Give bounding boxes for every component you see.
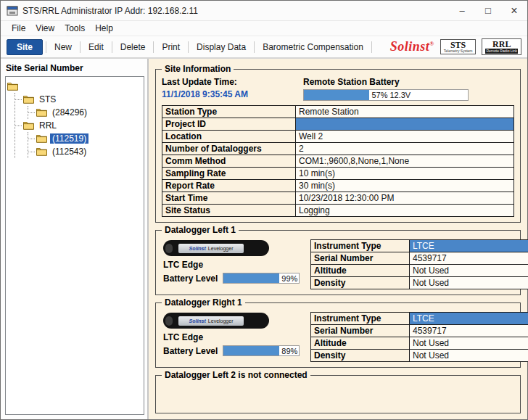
row-value: 4539717 bbox=[410, 252, 528, 265]
toolbar-separator bbox=[254, 41, 255, 53]
window-title: STS/RRL Administrator IP Addr: 192.168.2… bbox=[22, 6, 198, 16]
device-brand: Solinst bbox=[189, 246, 206, 251]
table-row: Serial Number4539717 bbox=[311, 325, 528, 337]
folder-icon bbox=[36, 108, 47, 117]
main-area: Site Serial Number STS bbox=[1, 59, 527, 419]
table-row: Station TypeRemote Station bbox=[162, 106, 514, 118]
site-serial-header: Site Serial Number bbox=[6, 63, 144, 73]
menu-bar: File View Tools Help bbox=[1, 21, 527, 36]
row-value[interactable]: 10 min(s) bbox=[296, 168, 514, 180]
battery-level-bar: 99% bbox=[223, 273, 300, 284]
row-label: Location bbox=[162, 131, 296, 143]
row-value[interactable]: 10/23/2018 12:30:00 PM bbox=[296, 192, 514, 205]
toolbar: Site New Edit Delete Print Display Data … bbox=[1, 36, 527, 59]
toolbar-separator bbox=[188, 41, 189, 53]
battery-value: 89% bbox=[279, 347, 297, 355]
battery-level-bar: 89% bbox=[223, 345, 300, 356]
site-info-table: Station TypeRemote Station Project ID Lo… bbox=[162, 105, 514, 217]
device-model-text: Levelogger bbox=[208, 246, 234, 251]
device-label-band: Solinst Levelogger bbox=[178, 316, 244, 326]
row-value[interactable]: 2 bbox=[296, 143, 514, 155]
folder-icon bbox=[7, 82, 18, 91]
folder-icon bbox=[36, 134, 47, 143]
title-bar: STS/RRL Administrator IP Addr: 192.168.2… bbox=[1, 1, 527, 21]
toolbar-separator bbox=[112, 41, 112, 53]
levelogger-image: Solinst Levelogger bbox=[163, 240, 269, 256]
table-row: DensityNot Used bbox=[311, 350, 528, 362]
tree-connector bbox=[15, 99, 22, 100]
datalogger-left-1-group: Datalogger Left 1 Solinst Levelogger LTC… bbox=[155, 230, 521, 295]
row-label: Serial Number bbox=[311, 252, 410, 265]
group-title: Datalogger Left 2 is not connected bbox=[162, 370, 310, 380]
table-row: LocationWell 2 bbox=[162, 131, 514, 143]
row-label: Density bbox=[311, 350, 410, 362]
tree-item-label: STS bbox=[37, 94, 58, 104]
levelogger-image: Solinst Levelogger bbox=[163, 313, 269, 329]
battery-fill-bar bbox=[304, 90, 369, 100]
device-cap bbox=[165, 244, 173, 253]
menu-view[interactable]: View bbox=[30, 22, 59, 35]
toolbar-separator bbox=[80, 41, 81, 53]
datalogger-left-2-group: Datalogger Left 2 is not connected bbox=[155, 375, 521, 413]
row-label: Report Rate bbox=[162, 180, 296, 192]
folder-icon bbox=[23, 121, 34, 130]
table-row: Number of Dataloggers2 bbox=[162, 143, 514, 155]
row-value[interactable]: COM1:,9600,8,None,1,None bbox=[296, 155, 514, 168]
row-value[interactable]: Well 2 bbox=[296, 131, 514, 143]
tree-connector bbox=[28, 152, 35, 152]
datalogger-model: LTC Edge bbox=[163, 332, 310, 342]
tree-root[interactable] bbox=[7, 80, 142, 93]
site-info-summary: Last Update Time: 11/1/2018 9:35:45 AM R… bbox=[162, 77, 514, 101]
tree-item-112519-selected[interactable]: (112519) bbox=[28, 132, 142, 145]
tree-item-284296[interactable]: (284296) bbox=[28, 106, 142, 119]
row-value[interactable]: Logging bbox=[296, 205, 514, 217]
table-row: Project ID bbox=[162, 118, 514, 131]
display-data-button[interactable]: Display Data bbox=[191, 39, 251, 55]
toolbar-separator bbox=[153, 41, 154, 53]
close-icon[interactable]: × bbox=[501, 1, 527, 20]
menu-file[interactable]: File bbox=[7, 22, 30, 35]
delete-button[interactable]: Delete bbox=[115, 39, 151, 55]
row-value[interactable]: Remote Station bbox=[296, 106, 514, 118]
datalogger-right-1-group: Datalogger Right 1 Solinst Levelogger LT… bbox=[155, 302, 521, 368]
battery-value: 57% 12.3V bbox=[369, 91, 411, 99]
app-icon bbox=[7, 5, 18, 17]
station-battery-bar: 57% 12.3V bbox=[303, 89, 469, 101]
device-brand: Solinst bbox=[189, 318, 206, 324]
app-window: STS/RRL Administrator IP Addr: 192.168.2… bbox=[0, 0, 528, 420]
table-row: Instrument TypeLTCE bbox=[311, 313, 528, 325]
row-value: Not Used bbox=[410, 350, 528, 362]
tree-item-112543[interactable]: (112543) bbox=[28, 145, 142, 158]
site-tree: STS (284296) bbox=[5, 76, 144, 415]
barometric-compensation-button[interactable]: Barometric Compensation bbox=[257, 39, 368, 55]
table-row: Report Rate30 min(s) bbox=[162, 180, 514, 192]
new-button[interactable]: New bbox=[49, 39, 77, 55]
tree-item-label: (284296) bbox=[50, 107, 89, 118]
print-button[interactable]: Print bbox=[157, 39, 185, 55]
site-button[interactable]: Site bbox=[7, 39, 43, 55]
table-row: Sampling Rate10 min(s) bbox=[162, 168, 514, 180]
row-label: Site Status bbox=[162, 205, 296, 217]
edit-button[interactable]: Edit bbox=[83, 39, 109, 55]
row-value[interactable]: 30 min(s) bbox=[296, 180, 514, 192]
site-information-panel: Site Information Last Update Time: 11/1/… bbox=[149, 59, 527, 419]
maximize-icon[interactable]: □ bbox=[475, 1, 501, 20]
folder-icon bbox=[23, 95, 34, 104]
datalogger-left-table: Instrument TypeLTCE Serial Number4539717… bbox=[310, 239, 528, 289]
tree-connector bbox=[28, 112, 35, 113]
device-label-band: Solinst Levelogger bbox=[178, 244, 244, 253]
battery-fill-bar bbox=[223, 273, 279, 283]
tree-item-label: (112543) bbox=[50, 147, 88, 157]
window-controls: – □ × bbox=[449, 1, 527, 20]
row-label: Comm Method bbox=[162, 155, 296, 168]
rrl-logo: RRL Remote Radio Link bbox=[482, 38, 521, 56]
row-value-highlighted[interactable] bbox=[296, 118, 514, 131]
table-row: Site StatusLogging bbox=[162, 205, 514, 217]
menu-help[interactable]: Help bbox=[90, 22, 118, 35]
minimize-icon[interactable]: – bbox=[449, 1, 475, 20]
tree-item-rrl[interactable]: RRL bbox=[15, 119, 142, 132]
menu-tools[interactable]: Tools bbox=[59, 22, 90, 35]
tree-item-sts[interactable]: STS bbox=[15, 93, 142, 106]
group-title: Datalogger Left 1 bbox=[162, 225, 239, 235]
row-label: Project ID bbox=[162, 118, 296, 131]
